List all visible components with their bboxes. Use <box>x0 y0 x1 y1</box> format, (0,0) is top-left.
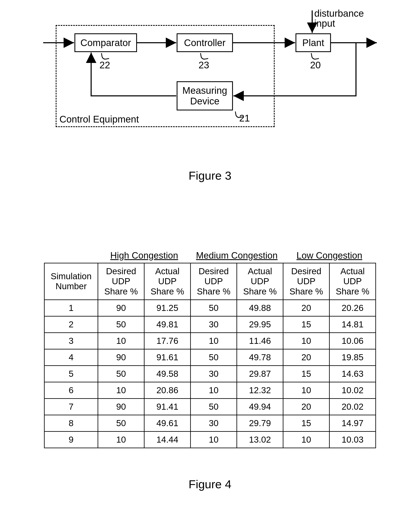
arrow-output-to-measuring <box>233 43 356 96</box>
col-high-actual: Actual UDP Share % <box>144 263 191 300</box>
table-cell: 91.25 <box>144 300 191 316</box>
table-cell: 10 <box>98 382 144 398</box>
table-cell: 91.61 <box>144 349 191 365</box>
table-row: 79091.415049.942020.02 <box>45 398 376 415</box>
table-cell: 15 <box>283 365 330 382</box>
col-medium-actual: Actual UDP Share % <box>237 263 283 300</box>
table-cell: 10 <box>98 431 144 448</box>
table-cell: 49.58 <box>144 365 191 382</box>
table-cell: 15 <box>283 316 330 332</box>
table-cell: 17.76 <box>144 332 191 349</box>
table-row: 25049.813029.951514.81 <box>45 316 376 332</box>
table-row: 49091.615049.782019.85 <box>45 349 376 365</box>
congestion-table: High Congestion Medium Congestion Low Co… <box>44 249 376 448</box>
table-cell: 10 <box>283 431 330 448</box>
table-cell: 13.02 <box>237 431 283 448</box>
table-cell: 3 <box>45 332 98 349</box>
table-cell: 29.95 <box>237 316 283 332</box>
table-cell: 15 <box>283 415 330 431</box>
arrow-measuring-to-comparator <box>91 53 176 96</box>
table-cell: 14.81 <box>330 316 376 332</box>
col-low-desired: Desired UDP Share % <box>283 263 330 300</box>
table-cell: 8 <box>45 415 98 431</box>
table-cell: 20 <box>283 300 330 316</box>
table-cell: 30 <box>191 316 237 332</box>
table-group-header-row: High Congestion Medium Congestion Low Co… <box>45 249 376 263</box>
table-cell: 20.02 <box>330 398 376 415</box>
table-cell: 4 <box>45 349 98 365</box>
table-cell: 30 <box>191 365 237 382</box>
table-cell: 10.06 <box>330 332 376 349</box>
col-high-desired: Desired UDP Share % <box>98 263 144 300</box>
table-cell: 29.87 <box>237 365 283 382</box>
table-row: 19091.255049.882020.26 <box>45 300 376 316</box>
table-cell: 7 <box>45 398 98 415</box>
table-cell: 20 <box>283 349 330 365</box>
table-cell: 5 <box>45 365 98 382</box>
table-cell: 11.46 <box>237 332 283 349</box>
table-cell: 20.86 <box>144 382 191 398</box>
table-cell: 12.32 <box>237 382 283 398</box>
table-cell: 14.63 <box>330 365 376 382</box>
table-row: 55049.583029.871514.63 <box>45 365 376 382</box>
table-cell: 50 <box>191 398 237 415</box>
table-cell: 91.41 <box>144 398 191 415</box>
col-low-actual: Actual UDP Share % <box>330 263 376 300</box>
page: Comparator Controller Plant Measuring De… <box>0 0 420 532</box>
table-cell: 90 <box>98 349 144 365</box>
table-row: 91014.441013.021010.03 <box>45 431 376 448</box>
group-header-low: Low Congestion <box>283 249 376 263</box>
table-cell: 6 <box>45 382 98 398</box>
table-cell: 10 <box>283 382 330 398</box>
table-cell: 49.94 <box>237 398 283 415</box>
table-cell: 1 <box>45 300 98 316</box>
table-cell: 50 <box>191 300 237 316</box>
figure-4-caption: Figure 4 <box>25 477 395 491</box>
table-cell: 50 <box>98 316 144 332</box>
table-row: 31017.761011.461010.06 <box>45 332 376 349</box>
group-header-high: High Congestion <box>98 249 191 263</box>
table-cell: 14.44 <box>144 431 191 448</box>
table-cell: 29.79 <box>237 415 283 431</box>
figure-3-caption: Figure 3 <box>25 169 395 182</box>
table-row: 85049.613029.791514.97 <box>45 415 376 431</box>
table-cell: 9 <box>45 431 98 448</box>
table-cell: 20 <box>283 398 330 415</box>
table-cell: 50 <box>191 349 237 365</box>
table-cell: 49.81 <box>144 316 191 332</box>
table-cell: 90 <box>98 398 144 415</box>
table-cell: 10 <box>283 332 330 349</box>
table-cell: 49.88 <box>237 300 283 316</box>
table-cell: 10.02 <box>330 382 376 398</box>
figure-3-diagram: Comparator Controller Plant Measuring De… <box>43 8 377 144</box>
table-cell: 90 <box>98 300 144 316</box>
col-simulation-number: Simulation Number <box>45 263 98 300</box>
table-cell: 14.97 <box>330 415 376 431</box>
table-cell: 20.26 <box>330 300 376 316</box>
figure-4-table-area: High Congestion Medium Congestion Low Co… <box>25 249 395 448</box>
col-medium-desired: Desired UDP Share % <box>191 263 237 300</box>
table-cell: 49.61 <box>144 415 191 431</box>
table-row: 61020.861012.321010.02 <box>45 382 376 398</box>
group-header-blank <box>45 249 98 263</box>
table-cell: 10 <box>191 382 237 398</box>
table-cell: 30 <box>191 415 237 431</box>
table-cell: 10 <box>191 332 237 349</box>
table-cell: 50 <box>98 415 144 431</box>
table-column-header-row: Simulation Number Desired UDP Share % Ac… <box>45 263 376 300</box>
table-cell: 10 <box>98 332 144 349</box>
table-cell: 19.85 <box>330 349 376 365</box>
table-cell: 50 <box>98 365 144 382</box>
table-cell: 10.03 <box>330 431 376 448</box>
table-cell: 2 <box>45 316 98 332</box>
table-cell: 10 <box>191 431 237 448</box>
diagram-arrows <box>43 8 377 144</box>
table-cell: 49.78 <box>237 349 283 365</box>
group-header-medium: Medium Congestion <box>191 249 283 263</box>
